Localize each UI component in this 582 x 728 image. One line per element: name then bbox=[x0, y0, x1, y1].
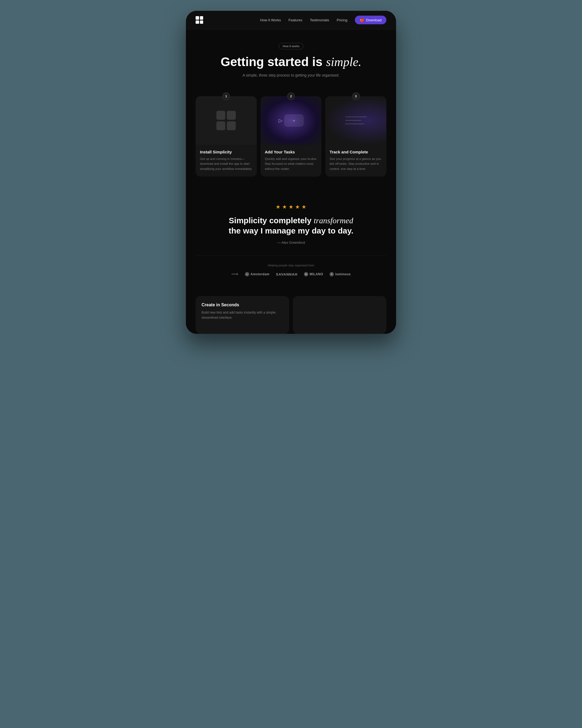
brand-luminous: ✦ luminous bbox=[330, 272, 351, 276]
nav-testimonials[interactable]: Testimonials bbox=[310, 18, 329, 22]
testimonial-quote: Simplicity completely transformed the wa… bbox=[216, 215, 366, 236]
logo-cell bbox=[196, 21, 199, 24]
brand-arrow: ⟶ bbox=[231, 271, 239, 277]
step-card-2: 2 ▷ ＋ Add Your Tasks Quickly add and org… bbox=[260, 96, 322, 177]
logo-cell bbox=[200, 21, 203, 24]
nav-how-it-works[interactable]: How It Works bbox=[260, 18, 281, 22]
step2-ui-mock: ▷ ＋ bbox=[279, 114, 303, 127]
progress-line-2 bbox=[345, 120, 361, 121]
step-card-3: 3 Track and Complete See your progress a… bbox=[325, 96, 386, 177]
star-5: ★ bbox=[302, 204, 306, 210]
steps-grid: 1 Install Simplicity Get up and running … bbox=[186, 96, 396, 190]
logo[interactable] bbox=[196, 16, 203, 24]
amsterdam-symbol: ● bbox=[245, 272, 249, 276]
step-2-content: Add Your Tasks Quickly add and organize … bbox=[260, 145, 322, 177]
star-3: ★ bbox=[288, 204, 294, 210]
navbar: How It Works Features Testimonials Prici… bbox=[186, 11, 396, 29]
logos-section: Helping people stay organised from ⟶ ● A… bbox=[196, 255, 386, 277]
step-1-content: Install Simplicity Get up and running in… bbox=[196, 145, 257, 177]
testimonial-section: ★ ★ ★ ★ ★ Simplicity completely transfor… bbox=[186, 190, 396, 288]
hero-title-normal: Getting started is bbox=[221, 55, 323, 69]
feature-card-right bbox=[293, 296, 386, 334]
hero-title: Getting started is simple. bbox=[196, 55, 386, 69]
brand-milano: M MILANO bbox=[304, 272, 323, 276]
add-task-mock: ＋ bbox=[284, 114, 303, 127]
step-3-content: Track and Complete See your progress at … bbox=[325, 145, 386, 177]
step-3-desc: See your progress at a glance as you tic… bbox=[330, 156, 382, 171]
star-rating: ★ ★ ★ ★ ★ bbox=[196, 204, 386, 210]
logo-cell bbox=[227, 121, 236, 130]
step-number-2: 2 bbox=[287, 93, 295, 100]
step-2-desc: Quickly add and organize your to-dos. St… bbox=[265, 156, 317, 171]
step-2-illustration: ▷ ＋ bbox=[260, 96, 322, 145]
step-1-illustration bbox=[196, 96, 257, 145]
quote-italic: transformed bbox=[314, 216, 353, 225]
download-label: Download bbox=[366, 18, 382, 22]
hero-subtitle: A simple, three step process to getting … bbox=[196, 73, 386, 77]
step-number-3: 3 bbox=[352, 93, 360, 100]
brand-amsterdam: ● Amsterdam bbox=[245, 272, 270, 276]
device-frame: How It Works Features Testimonials Prici… bbox=[186, 11, 396, 334]
quote-end: the way I manage my day to day. bbox=[229, 226, 354, 235]
cursor-icon: ▷ bbox=[279, 118, 282, 124]
download-button[interactable]: 🍎 Download bbox=[355, 16, 386, 24]
star-1: ★ bbox=[276, 204, 280, 210]
nav-links: How It Works Features Testimonials Prici… bbox=[260, 16, 386, 24]
star-2: ★ bbox=[282, 204, 287, 210]
step-3-illustration bbox=[325, 96, 386, 145]
testimonial-author: — Alex Greenford bbox=[196, 240, 386, 244]
step-1-desc: Get up and running in minutes—download a… bbox=[200, 156, 252, 171]
milano-symbol: M bbox=[304, 272, 308, 276]
feature-create-title: Create in Seconds bbox=[201, 303, 283, 307]
hero-title-italic: simple. bbox=[326, 55, 362, 69]
step-1-title: Install Simplicity bbox=[200, 150, 252, 154]
luminous-label: luminous bbox=[335, 272, 351, 276]
step-3-title: Track and Complete bbox=[330, 150, 382, 154]
luminous-symbol: ✦ bbox=[330, 272, 334, 276]
star-4: ★ bbox=[295, 204, 300, 210]
hero-badge: How it works bbox=[279, 43, 303, 49]
feature-card-create: Create in Seconds Build new lists and ad… bbox=[196, 296, 289, 334]
progress-lines-mock bbox=[345, 116, 367, 124]
logo-cell bbox=[200, 16, 203, 20]
logo-cell bbox=[216, 121, 225, 130]
milano-label: MILANO bbox=[310, 272, 323, 276]
brand-savannah: SAVANNAH bbox=[276, 272, 298, 276]
progress-line-3 bbox=[345, 124, 364, 124]
amsterdam-label: Amsterdam bbox=[251, 272, 270, 276]
progress-line-1 bbox=[345, 116, 367, 117]
feature-create-desc: Build new lists and add tasks instantly … bbox=[201, 310, 283, 320]
logo-cell bbox=[227, 111, 236, 120]
step-number-1: 1 bbox=[222, 93, 230, 100]
nav-pricing[interactable]: Pricing bbox=[336, 18, 347, 22]
logos-row: ⟶ ● Amsterdam SAVANNAH M MILANO ✦ lumino… bbox=[196, 271, 386, 277]
step-2-title: Add Your Tasks bbox=[265, 150, 317, 154]
features-section: Create in Seconds Build new lists and ad… bbox=[186, 288, 396, 334]
logo-cell bbox=[216, 111, 225, 120]
logo-cell bbox=[196, 16, 199, 20]
logos-label: Helping people stay organised from bbox=[196, 264, 386, 267]
apple-icon: 🍎 bbox=[360, 18, 364, 22]
app-logo-big bbox=[216, 111, 236, 130]
step-card-1: 1 Install Simplicity Get up and running … bbox=[196, 96, 257, 177]
quote-normal: Simplicity completely bbox=[229, 216, 311, 225]
nav-features[interactable]: Features bbox=[288, 18, 302, 22]
hero-section: How it works Getting started is simple. … bbox=[186, 29, 396, 96]
